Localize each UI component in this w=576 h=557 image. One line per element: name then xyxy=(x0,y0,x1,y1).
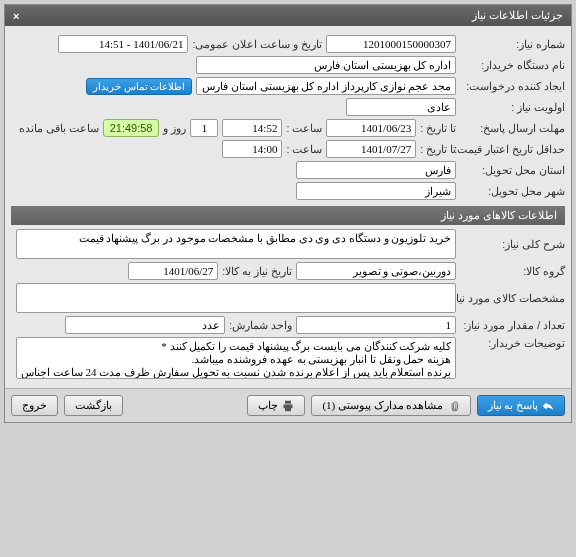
buyer-contact-button[interactable]: اطلاعات تماس خریدار xyxy=(86,78,192,95)
deliv-prov-label: استان محل تحویل: xyxy=(460,164,565,176)
requester-label: ایجاد کننده درخواست: xyxy=(460,80,565,92)
spec-label: مشخصات کالای مورد نیاز: xyxy=(460,292,565,304)
row-need-no: شماره نیاز: تاریخ و ساعت اعلان عمومی: xyxy=(11,35,565,53)
section-items-header: اطلاعات کالاهای مورد نیاز xyxy=(11,206,565,225)
need-no-field[interactable] xyxy=(326,35,456,53)
attachments-button[interactable]: مشاهده مدارک پیوستی (1) xyxy=(311,395,470,416)
buyer-org-field[interactable] xyxy=(196,56,456,74)
min-valid-time-field[interactable] xyxy=(222,140,282,158)
priority-label: اولویت نیاز : xyxy=(460,101,565,113)
unit-field[interactable] xyxy=(65,316,225,334)
group-field[interactable] xyxy=(296,262,456,280)
row-requester: ایجاد کننده درخواست: اطلاعات تماس خریدار xyxy=(11,77,565,95)
row-group: گروه کالا: تاریخ نیاز به کالا: xyxy=(11,262,565,280)
min-valid-date-field[interactable] xyxy=(326,140,416,158)
spec-field[interactable] xyxy=(16,283,456,313)
paperclip-icon xyxy=(448,400,460,412)
buyer-org-label: نام دستگاه خریدار: xyxy=(460,59,565,71)
group-label: گروه کالا: xyxy=(460,265,565,277)
days-remain-label: روز و xyxy=(163,122,186,134)
remain-label: ساعت باقی مانده xyxy=(19,122,99,134)
to-date-label-2: تا تاریخ : xyxy=(420,143,456,155)
footer-left: پاسخ به نیاز مشاهده مدارک پیوستی (1) چاپ xyxy=(247,395,565,416)
reply-icon xyxy=(542,400,554,412)
reply-time-field[interactable] xyxy=(222,119,282,137)
requester-field[interactable] xyxy=(196,77,456,95)
qty-field[interactable] xyxy=(296,316,456,334)
reply-date-field[interactable] xyxy=(326,119,416,137)
deliv-prov-field[interactable] xyxy=(296,161,456,179)
footer-right: بازگشت خروج xyxy=(11,395,123,416)
item-date-label: تاریخ نیاز به کالا: xyxy=(222,265,292,277)
priority-field[interactable] xyxy=(346,98,456,116)
row-desc: شرح کلی نیاز: xyxy=(11,229,565,259)
min-valid-label: حداقل تاریخ اعتبار قیمت: xyxy=(460,143,565,155)
time-label-2: ساعت : xyxy=(286,143,322,155)
pub-datetime-label: تاریخ و ساعت اعلان عمومی: xyxy=(192,38,322,50)
notes-label: توضیحات خریدار: xyxy=(460,337,565,349)
row-min-validity: حداقل تاریخ اعتبار قیمت: تا تاریخ : ساعت… xyxy=(11,140,565,158)
item-date-field[interactable] xyxy=(128,262,218,280)
row-qty: تعداد / مقدار مورد نیاز: واحد شمارش: xyxy=(11,316,565,334)
row-province: استان محل تحویل: xyxy=(11,161,565,179)
time-label-1: ساعت : xyxy=(286,122,322,134)
exit-button[interactable]: خروج xyxy=(11,395,58,416)
window-title: جزئیات اطلاعات نیاز xyxy=(472,9,563,22)
unit-label: واحد شمارش: xyxy=(229,319,292,331)
back-button[interactable]: بازگشت xyxy=(64,395,123,416)
row-buyer-org: نام دستگاه خریدار: xyxy=(11,56,565,74)
notes-field[interactable] xyxy=(16,337,456,379)
deliv-city-label: شهر محل تحویل: xyxy=(460,185,565,197)
desc-label: شرح کلی نیاز: xyxy=(460,238,565,250)
need-no-label: شماره نیاز: xyxy=(460,38,565,50)
close-icon[interactable]: × xyxy=(13,10,19,22)
titlebar: جزئیات اطلاعات نیاز × xyxy=(5,5,571,26)
dialog-window: جزئیات اطلاعات نیاز × شماره نیاز: تاریخ … xyxy=(4,4,572,423)
printer-icon xyxy=(282,400,294,412)
desc-field[interactable] xyxy=(16,229,456,259)
row-city: شهر محل تحویل: xyxy=(11,182,565,200)
form-body: شماره نیاز: تاریخ و ساعت اعلان عمومی: نا… xyxy=(5,26,571,388)
countdown-timer: 21:49:58 xyxy=(103,119,160,137)
row-spec: مشخصات کالای مورد نیاز: xyxy=(11,283,565,313)
to-date-label-1: تا تاریخ : xyxy=(420,122,456,134)
qty-label: تعداد / مقدار مورد نیاز: xyxy=(460,319,565,331)
footer-bar: پاسخ به نیاز مشاهده مدارک پیوستی (1) چاپ… xyxy=(5,388,571,422)
row-notes: توضیحات خریدار: xyxy=(11,337,565,379)
reply-button[interactable]: پاسخ به نیاز xyxy=(477,395,566,416)
pub-datetime-field[interactable] xyxy=(58,35,188,53)
reply-deadline-label: مهلت ارسال پاسخ: xyxy=(460,122,565,134)
print-button[interactable]: چاپ xyxy=(247,395,305,416)
deliv-city-field[interactable] xyxy=(296,182,456,200)
row-priority: اولویت نیاز : xyxy=(11,98,565,116)
row-reply-deadline: مهلت ارسال پاسخ: تا تاریخ : ساعت : روز و… xyxy=(11,119,565,137)
days-remain-field[interactable] xyxy=(190,119,218,137)
